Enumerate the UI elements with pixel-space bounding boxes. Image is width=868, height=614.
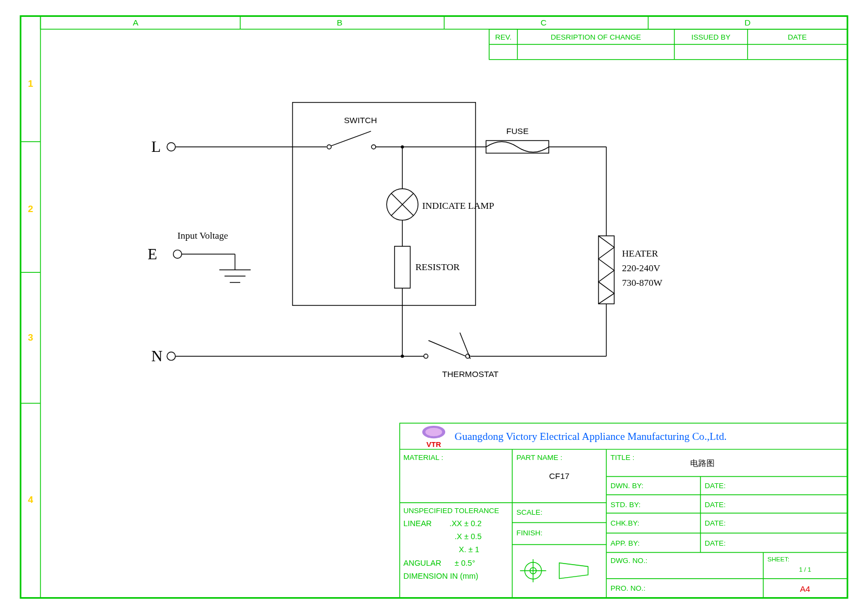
chkby-label: CHK.BY:	[610, 519, 639, 527]
stdby-label: STD. BY:	[610, 501, 641, 509]
dwgno-label: DWG. NO.:	[610, 557, 647, 565]
rev-hdr-issued: ISSUED BY	[691, 33, 730, 41]
scale-label: SCALE:	[516, 508, 542, 516]
angular-label: ANGULAR	[403, 559, 441, 567]
l-terminal	[167, 143, 175, 151]
drawing-canvas: A B C D 1 2 3 4 REV. DESRIPTION OF CHANG…	[11, 11, 857, 603]
heater-watt: 730-870W	[622, 278, 663, 288]
col-a: A	[133, 18, 139, 27]
size-value: A4	[800, 584, 810, 593]
date1-label: DATE:	[705, 482, 726, 490]
row-4: 4	[28, 494, 33, 505]
material-label: MATERIAL :	[403, 453, 443, 462]
sheet-label: SHEET:	[767, 556, 789, 562]
title-block: VTR Guangdong Victory Electrical Applian…	[400, 423, 847, 598]
rev-hdr-date: DATE	[788, 33, 807, 41]
tol1: .XX ± 0.2	[449, 519, 481, 528]
col-b: B	[337, 18, 342, 27]
logo-text: VTR	[427, 440, 441, 449]
col-d: D	[744, 18, 750, 27]
svg-point-32	[401, 355, 404, 358]
svg-line-23	[460, 332, 470, 359]
prono-label: PRO. NO.:	[610, 584, 646, 592]
l-label: L	[151, 138, 161, 155]
svg-point-15	[371, 145, 376, 149]
svg-line-22	[428, 341, 465, 356]
rev-hdr-rev: REV.	[495, 33, 511, 41]
svg-point-24	[424, 354, 428, 359]
row-1: 1	[28, 78, 33, 89]
sheet-value: 1 / 1	[799, 566, 812, 573]
n-terminal	[167, 352, 175, 360]
appby-label: APP. BY:	[610, 539, 640, 547]
partname-label: PART NAME :	[516, 453, 562, 462]
fuse-label: FUSE	[506, 126, 529, 136]
row-2: 2	[28, 203, 33, 214]
resistor-label: RESISTOR	[415, 262, 460, 272]
heater-label: HEATER	[622, 248, 658, 259]
finish-label: FINISH:	[516, 529, 542, 537]
unspec-tol: UNSPECIFIED TOLERANCE	[403, 507, 499, 515]
input-voltage-label: Input Voltage	[177, 231, 228, 241]
heater-voltage: 220-240V	[622, 263, 660, 273]
svg-point-39	[426, 428, 442, 436]
date3-label: DATE:	[705, 519, 726, 527]
title-value: 电路图	[690, 458, 715, 468]
dim-in: DIMENSION IN (mm)	[403, 572, 478, 580]
partname-value: CF17	[549, 471, 570, 481]
date4-label: DATE:	[705, 539, 726, 547]
e-terminal	[173, 250, 182, 258]
col-c: C	[541, 18, 546, 27]
n-label: N	[151, 347, 163, 364]
ang-tol: ± 0.5°	[455, 559, 475, 567]
title-label: TITLE :	[610, 453, 634, 462]
rev-hdr-desc: DESRIPTION OF CHANGE	[551, 33, 641, 41]
projection-icon	[520, 559, 588, 582]
tol3: X. ± 1	[459, 545, 479, 554]
revision-block: REV. DESRIPTION OF CHANGE ISSUED BY DATE	[489, 29, 847, 60]
linear-label: LINEAR	[403, 519, 432, 528]
dwnby-label: DWN. BY:	[610, 482, 644, 490]
switch-label: SWITCH	[344, 116, 377, 125]
lamp-label: INDICATE LAMP	[422, 201, 494, 211]
svg-point-13	[327, 145, 331, 149]
tol2: .X ± 0.5	[455, 532, 482, 541]
company-name: Guangdong Victory Electrical Appliance M…	[455, 431, 727, 442]
thermostat-label: THERMOSTAT	[442, 369, 499, 379]
resistor-icon	[395, 246, 410, 288]
e-label: E	[147, 245, 157, 263]
svg-line-14	[331, 131, 371, 146]
row-3: 3	[28, 332, 33, 343]
date2-label: DATE:	[705, 501, 726, 509]
